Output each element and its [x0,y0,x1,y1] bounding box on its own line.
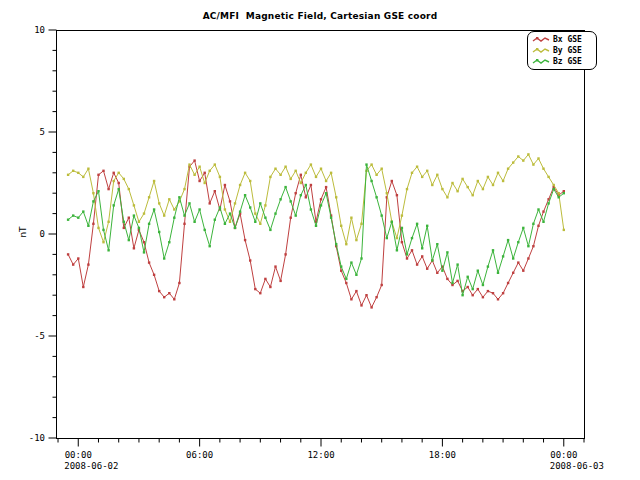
series-markers-bz-gse [67,163,565,296]
y-axis-ticks [49,30,57,438]
series-markers-by-gse [67,153,565,245]
series-line-bx-gse [68,161,564,308]
plot-area: -10-5051000:002008-06-0206:0012:0018:000… [0,0,640,480]
svg-text:18:00: 18:00 [429,450,456,460]
legend-label-by: By GSE [553,46,582,55]
series-line-by-gse [68,154,564,244]
legend-box: Bx GSE By GSE Bz GSE [527,31,597,70]
svg-text:-10: -10 [29,433,45,443]
y-tick-labels: -10-50510 [29,25,45,443]
legend-item-by: By GSE [532,45,594,56]
legend-label-bx: Bx GSE [553,35,582,44]
legend-item-bx: Bx GSE [532,34,594,45]
svg-text:10: 10 [34,25,45,35]
svg-text:12:00: 12:00 [307,450,334,460]
bz-line-sample-icon [532,57,550,66]
svg-text:-5: -5 [34,331,45,341]
series-markers-bx-gse [67,159,565,308]
x-axis-ticks [58,439,584,447]
svg-text:0: 0 [40,229,45,239]
x-tick-labels: 00:002008-06-0206:0012:0018:0000:002008-… [64,450,604,471]
svg-text:00:00: 00:00 [550,450,577,460]
svg-text:2008-06-02: 2008-06-02 [64,461,118,471]
legend-item-bz: Bz GSE [532,56,594,67]
svg-text:00:00: 00:00 [65,450,92,460]
chart-canvas: AC/MFI Magnetic Field, Cartesian GSE coo… [0,0,640,480]
legend-label-bz: Bz GSE [553,57,582,66]
bx-line-sample-icon [532,35,550,44]
svg-text:2008-06-03: 2008-06-03 [550,461,604,471]
series-line-bz-gse [68,165,564,296]
by-line-sample-icon [532,46,550,55]
plot-frame [57,31,585,439]
svg-text:5: 5 [40,127,45,137]
svg-text:06:00: 06:00 [186,450,213,460]
